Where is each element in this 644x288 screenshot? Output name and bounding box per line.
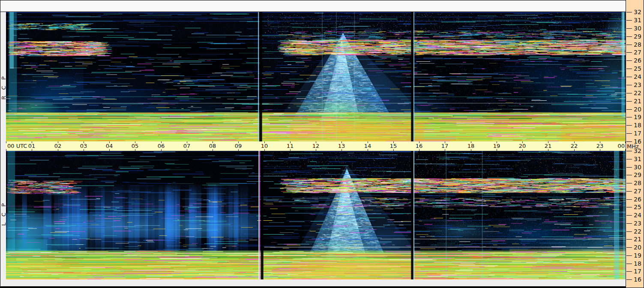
freq-label: 25 — [634, 65, 641, 72]
freq-label: 28 — [634, 41, 641, 48]
freq-label: 22 — [634, 90, 641, 96]
hour-label: 03 — [74, 143, 93, 149]
hour-tick — [574, 149, 575, 151]
hour-label: 08 — [203, 143, 222, 149]
freq-tick — [626, 183, 632, 183]
hour-label: 05 — [126, 143, 144, 149]
hour-label: 22 — [565, 143, 584, 149]
freq-tick — [626, 199, 632, 200]
hour-label: 00 — [617, 143, 625, 149]
freq-tick — [626, 231, 632, 232]
hour-label: 14 — [358, 143, 377, 149]
hour-label: 07 — [177, 143, 196, 149]
hour-tick — [264, 149, 265, 151]
hour-tick — [548, 149, 548, 151]
freq-tick — [626, 141, 632, 142]
hour-tick — [471, 149, 471, 151]
hour-label: 20 — [513, 143, 532, 149]
freq-label: 27 — [634, 188, 641, 195]
freq-tick — [626, 271, 632, 272]
freq-tick — [626, 133, 632, 134]
hour-label: 12 — [306, 143, 325, 149]
freq-tick — [626, 125, 632, 126]
frequency-axis: MHz 323130292827262524232221201918171632… — [626, 0, 644, 288]
freq-tick — [626, 77, 632, 77]
hour-tick — [109, 149, 110, 151]
freq-tick — [626, 191, 632, 192]
freq-label: 24 — [634, 73, 641, 80]
hour-tick — [187, 149, 187, 151]
polarization-axis-strip: R C P L C P — [0, 12, 6, 279]
hour-label: 15 — [384, 143, 403, 149]
hour-label: 17 — [435, 143, 454, 149]
hour-label: 09 — [229, 143, 248, 149]
freq-label: 22 — [634, 228, 641, 235]
hour-tick — [238, 149, 239, 151]
freq-tick — [626, 175, 632, 175]
spectrograph-frame: AJ4CO Observatory 19 Aug 2024 - DPS on T… — [0, 0, 644, 288]
hour-label: 04 — [100, 143, 119, 149]
freq-tick — [626, 151, 632, 151]
freq-tick — [626, 52, 632, 53]
freq-label: 31 — [634, 156, 641, 162]
hour-label: 19 — [487, 143, 506, 149]
hour-tick — [497, 149, 497, 151]
freq-tick — [626, 207, 632, 207]
hour-tick — [161, 149, 162, 151]
freq-tick — [626, 279, 632, 280]
freq-label: 16 — [634, 276, 641, 283]
freq-tick — [626, 215, 632, 216]
freq-label: 18 — [634, 260, 641, 267]
freq-label: 21 — [634, 236, 641, 243]
freq-label: 24 — [634, 212, 641, 219]
freq-tick — [626, 167, 632, 168]
freq-label: 31 — [634, 17, 641, 24]
freq-tick — [626, 93, 632, 93]
freq-tick — [626, 159, 632, 159]
hour-label: 10 — [255, 143, 274, 149]
hour-label: 18 — [461, 143, 480, 149]
freq-label: 32 — [634, 9, 641, 15]
rcp-spectrogram — [6, 12, 626, 141]
hour-label: 01 — [22, 143, 41, 149]
hour-tick — [445, 149, 445, 151]
freq-label: 16 — [634, 138, 641, 145]
freq-tick — [626, 45, 632, 45]
hour-tick — [393, 149, 394, 151]
freq-tick — [626, 85, 632, 85]
hour-tick — [625, 141, 626, 143]
title-bar: AJ4CO Observatory 19 Aug 2024 - DPS on T… — [0, 0, 626, 12]
freq-tick — [626, 247, 632, 248]
hour-label: 16 — [410, 143, 428, 149]
freq-label: 23 — [634, 81, 641, 88]
bottom-strip — [0, 279, 626, 286]
lcp-spectrogram — [6, 151, 626, 279]
freq-label: 17 — [634, 268, 641, 275]
freq-tick — [626, 12, 632, 12]
hour-tick — [419, 149, 419, 151]
hour-label: 23 — [590, 143, 609, 149]
hour-tick — [341, 149, 342, 151]
hour-label: 11 — [281, 143, 300, 149]
freq-label: 20 — [634, 106, 641, 113]
hour-label: 21 — [539, 143, 557, 149]
hour-tick — [84, 149, 84, 151]
freq-label: 23 — [634, 220, 641, 227]
hour-tick — [625, 149, 626, 151]
freq-label: 17 — [634, 130, 641, 137]
freq-tick — [626, 264, 632, 264]
freq-label: 27 — [634, 49, 641, 56]
freq-tick — [626, 20, 632, 21]
hour-tick — [6, 149, 6, 151]
freq-label: 29 — [634, 171, 641, 178]
freq-tick — [626, 239, 632, 240]
freq-tick — [626, 28, 632, 29]
freq-tick — [626, 109, 632, 110]
freq-label: 20 — [634, 244, 641, 251]
hour-label: 06 — [152, 143, 171, 149]
hour-tick — [32, 149, 32, 151]
freq-tick — [626, 223, 632, 224]
hour-tick — [522, 149, 523, 151]
freq-label: 18 — [634, 122, 641, 129]
hour-tick — [58, 149, 58, 151]
